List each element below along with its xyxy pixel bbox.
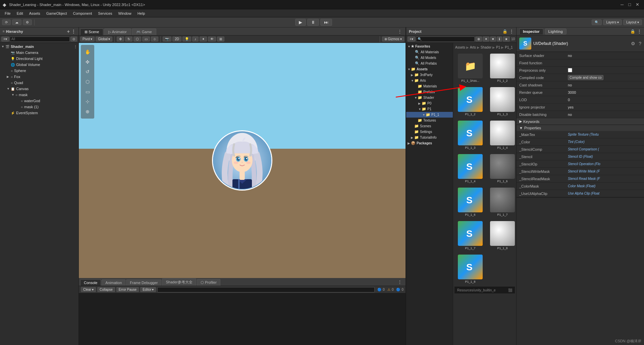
project-search-input[interactable] xyxy=(416,37,475,42)
transform-button[interactable]: ⊹ xyxy=(151,37,158,42)
project-lock-icon[interactable]: 🔒 xyxy=(502,29,507,34)
file-item-p116-sphere[interactable]: P1_1_6 xyxy=(487,153,516,184)
hierarchy-options-icon[interactable]: ≡ xyxy=(3,29,5,33)
project-favorites-header[interactable]: ▼ ★ Favorites xyxy=(406,44,453,49)
project-3rdparty[interactable]: ▶ 📁 3rdParty xyxy=(406,72,453,78)
project-p0[interactable]: ▶ 📁 P0 xyxy=(406,100,453,106)
hierarchy-item-canvas[interactable]: ▼ 📋 Canvas xyxy=(0,86,78,92)
slider-icon[interactable]: ⬛ xyxy=(508,288,512,292)
project-icon5[interactable]: ★ xyxy=(503,37,510,42)
menu-component[interactable]: Component xyxy=(70,11,95,16)
grid-button[interactable]: ⊞ xyxy=(217,37,224,42)
toolbar-history-button[interactable]: ⟳ xyxy=(2,19,11,25)
project-all-models[interactable]: 🔍 All Models xyxy=(406,55,453,61)
project-assets-header[interactable]: ▼ 📁 Assets xyxy=(406,66,453,72)
hierarchy-search-input[interactable] xyxy=(10,37,70,42)
hierarchy-add-icon[interactable]: + xyxy=(67,29,70,34)
file-item-p116-shader[interactable]: S P1_1_6 xyxy=(455,186,485,218)
file-item-folder[interactable]: 📁 P1_1_3Ass... xyxy=(455,52,485,84)
pivot-button[interactable]: Pivot▾ xyxy=(80,37,95,42)
hierarchy-menu-icon[interactable]: ⋮ xyxy=(71,29,76,34)
tab-shader-ref[interactable]: Shader参考大全 xyxy=(162,278,196,286)
project-arts[interactable]: ▼ 📁 Arts xyxy=(406,78,453,83)
project-icon4[interactable]: ℹ xyxy=(497,37,502,42)
project-icon3[interactable]: ♥ xyxy=(490,37,496,42)
breadcrumb-p1[interactable]: P1 xyxy=(496,46,500,49)
breadcrumb-arts[interactable]: Arts xyxy=(470,46,476,49)
move-tool-button[interactable]: ✜ xyxy=(117,37,124,42)
project-packages[interactable]: ▶ 📦 Packages xyxy=(406,140,453,146)
project-prefabs[interactable]: 📁 Prefabs xyxy=(406,89,453,95)
close-button[interactable]: ✕ xyxy=(636,2,639,7)
tab-inspector[interactable]: Inspector xyxy=(519,28,543,34)
tab-profiler[interactable]: ⬡ Profiler xyxy=(197,279,220,286)
menu-gameobject[interactable]: GameObject xyxy=(44,11,70,16)
console-more-btn[interactable]: ⋮ xyxy=(395,278,404,286)
file-item-p112-sphere[interactable]: P1_1_2 xyxy=(487,52,516,84)
menu-assets[interactable]: Assets xyxy=(26,11,43,16)
project-p1-1[interactable]: ▼ 📁 P1_1 xyxy=(406,112,453,118)
tab-scene[interactable]: ⊞ Scene xyxy=(80,28,103,35)
inspector-gear-icon[interactable]: ⚙ xyxy=(631,41,635,46)
menu-window[interactable]: Window xyxy=(116,11,134,16)
project-shader[interactable]: ▼ 📁 Shader xyxy=(406,95,453,100)
hierarchy-item-directional-light[interactable]: 💡 Directional Light xyxy=(0,56,78,62)
breadcrumb-p1-1[interactable]: P1_1 xyxy=(505,46,513,49)
project-p1[interactable]: ▼ 📁 P1 xyxy=(406,106,453,112)
pause-button[interactable]: ⏸ xyxy=(307,19,319,26)
tab-animator[interactable]: ▷ Animator xyxy=(104,28,131,35)
tab-lighting[interactable]: Lighting xyxy=(545,28,567,34)
menu-file[interactable]: File xyxy=(2,11,13,16)
inspector-lock-icon[interactable]: 🔒 xyxy=(630,29,635,34)
hierarchy-item-main-camera[interactable]: 📷 Main Camera xyxy=(0,50,78,56)
file-item-p113-shader[interactable]: S P1_1_3 xyxy=(455,119,485,151)
collapse-button[interactable]: Collapse xyxy=(97,287,115,292)
minimize-button[interactable]: ─ xyxy=(621,2,624,7)
audio-button[interactable]: ♪ xyxy=(192,37,199,42)
project-textures[interactable]: 📁 Textures xyxy=(406,118,453,123)
toolbar-cloud-button[interactable]: ☁ xyxy=(12,19,21,25)
hidden-button[interactable]: 👁 xyxy=(208,37,216,42)
effects-button[interactable]: ✦ xyxy=(200,37,207,42)
hierarchy-item-fox[interactable]: ▶ ○ Fox xyxy=(0,74,78,80)
project-add-button[interactable]: +▾ xyxy=(408,37,415,42)
project-all-prefabs[interactable]: 🔍 All Prefabs xyxy=(406,61,453,66)
hierarchy-item-mask1[interactable]: ○ mask (1) xyxy=(0,104,78,110)
compiled-code-dropdown[interactable]: Compile and show co xyxy=(568,75,603,80)
hierarchy-item-watergod[interactable]: ○ waterGod xyxy=(0,98,78,104)
file-item-p112-shader[interactable]: S P1_1_2 xyxy=(455,86,485,117)
layout-button[interactable]: Layout ▾ xyxy=(623,19,642,25)
file-item-p114-sphere[interactable]: P1_1_4 xyxy=(487,119,516,151)
project-icon1[interactable]: ⊕ xyxy=(475,37,482,42)
hierarchy-item-quad[interactable]: ○ Quad xyxy=(0,80,78,86)
gizmos-button[interactable]: ⊕ Gizmos ▾ xyxy=(382,37,404,42)
2d-button[interactable]: 2D xyxy=(172,37,181,42)
toolbar-settings-button[interactable]: ⚙ xyxy=(23,19,32,25)
scale-gizmo[interactable]: ⬡ xyxy=(85,78,91,85)
error-pause-button[interactable]: Error Pause xyxy=(116,287,139,292)
hierarchy-more-icon[interactable]: ⋮ xyxy=(74,45,77,49)
step-button[interactable]: ⏭ xyxy=(320,19,332,26)
project-more-icon[interactable]: ⋮ xyxy=(509,29,514,34)
project-scenes[interactable]: 📁 Scenes xyxy=(406,123,453,129)
hierarchy-item-sphere[interactable]: ○ Sphere xyxy=(0,68,78,74)
menu-help[interactable]: Help xyxy=(135,11,148,16)
tab-frame-debugger[interactable]: Frame Debugger xyxy=(126,279,161,286)
breadcrumb-assets[interactable]: Assets xyxy=(455,46,465,49)
project-tutorialinfo[interactable]: ▶ 📁 TutorialInfo xyxy=(406,135,453,140)
hierarchy-filter-button[interactable]: ⊙ xyxy=(70,37,77,42)
file-item-p118-sphere[interactable]: P1_1_8 xyxy=(487,220,516,251)
search-button[interactable]: 🔍 xyxy=(592,19,602,25)
hierarchy-item-eventsystem[interactable]: ⚡ EventSystem xyxy=(0,110,78,116)
project-settings[interactable]: 📁 Settings xyxy=(406,129,453,135)
move-gizmo[interactable]: ✜ xyxy=(85,58,91,66)
console-search-input[interactable] xyxy=(157,287,375,292)
file-item-p117-dark[interactable]: P1_1_7 xyxy=(487,186,516,218)
breadcrumb-shader[interactable]: Shader xyxy=(481,46,491,49)
scene-tabs-more[interactable]: ⋮ xyxy=(395,28,404,35)
project-all-materials[interactable]: 🔍 All Materials xyxy=(406,49,453,55)
hierarchy-item-mask[interactable]: ▼ ○ mask xyxy=(0,92,78,98)
custom-gizmo[interactable]: ⊕ xyxy=(85,108,91,115)
hand-tool-gizmo[interactable]: ✋ xyxy=(84,48,92,56)
rect-gizmo[interactable]: ▭ xyxy=(85,88,91,95)
